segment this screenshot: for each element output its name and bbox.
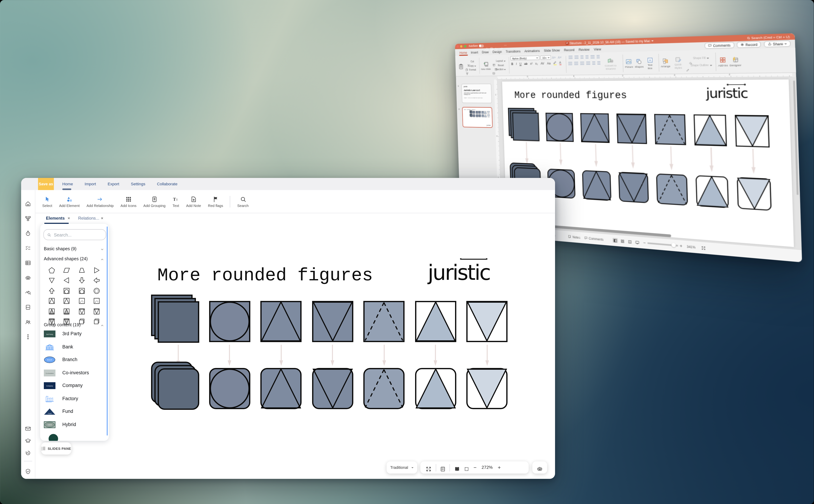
figure-tri-filled-down-square[interactable]: [487, 111, 490, 114]
add-element-button[interactable]: Add Element: [59, 196, 80, 207]
square-tri-gray-shape[interactable]: [64, 307, 70, 313]
close-icon[interactable]: ×: [68, 216, 70, 221]
bullets-icon[interactable]: [569, 55, 573, 59]
gauge-shape[interactable]: [94, 286, 100, 293]
section-advanced-shapes[interactable]: Advanced shapes (24): [44, 256, 104, 261]
font-color-button[interactable]: A: [559, 61, 561, 65]
figure-tri-dashed-square[interactable]: [482, 111, 484, 114]
history-icon[interactable]: [25, 449, 31, 455]
square-tri-gray-shape[interactable]: [48, 307, 55, 313]
assistant-button[interactable]: [532, 461, 547, 474]
figure-tri-filled-down-rounded[interactable]: [737, 177, 772, 211]
zoom-in-button[interactable]: +: [498, 465, 501, 470]
group-item-co-investors[interactable]: Co-investorsCo-investors: [40, 366, 109, 379]
comments-toggle[interactable]: Comments: [584, 236, 604, 241]
figure-circle-square[interactable]: [546, 113, 574, 142]
figure-tri-filled-up-rounded[interactable]: [485, 115, 487, 117]
reset-button[interactable]: Reset: [494, 63, 504, 68]
shape-fill-button[interactable]: Shape Fill: [688, 56, 709, 61]
frame-circle-shape[interactable]: [78, 286, 85, 293]
slide-thumbnail-1[interactable]: juristic Juristic Law LLC Automating Leg…: [462, 84, 492, 103]
new-slide-button[interactable]: New Slide: [481, 56, 491, 75]
fullscreen-icon[interactable]: [426, 465, 432, 470]
select-button[interactable]: Select: [42, 196, 52, 207]
figure-tri-down-rounded[interactable]: [479, 115, 481, 117]
figure-tri-filled-down-square[interactable]: [735, 115, 770, 147]
indent-decrease-icon[interactable]: [580, 55, 583, 59]
frame-circle-shape[interactable]: [64, 286, 70, 293]
tab-review[interactable]: Review: [579, 47, 590, 51]
subscript-button[interactable]: x₂: [535, 62, 538, 65]
zoom-level[interactable]: 272%: [482, 465, 493, 470]
square-vee-shape[interactable]: [94, 307, 100, 313]
quick-styles-button[interactable]: Quick Styles: [672, 52, 684, 73]
square-dashes-shape[interactable]: [78, 297, 85, 303]
zoom-slider-handle[interactable]: [671, 243, 676, 248]
tab-import[interactable]: Import: [85, 182, 96, 186]
tab-collaborate[interactable]: Collaborate: [157, 182, 178, 186]
figure-tri-down-rounded[interactable]: [618, 172, 649, 203]
record-button[interactable]: Record: [737, 41, 761, 48]
indent-increase-icon[interactable]: [585, 55, 589, 59]
tab-draw[interactable]: Draw: [482, 50, 489, 54]
triangle-down-shape[interactable]: [48, 276, 55, 282]
line-spacing-icon[interactable]: [590, 55, 595, 59]
panel-tab-relations[interactable]: Relations...: [78, 216, 99, 221]
format-button[interactable]: Format: [466, 68, 476, 72]
figure-tri-dashed-square[interactable]: [363, 301, 404, 342]
figure-stack-rounded[interactable]: [470, 114, 473, 117]
robot-icon[interactable]: [25, 273, 31, 280]
square-dashes-shape[interactable]: [94, 297, 100, 303]
group-item-partial[interactable]: [49, 434, 58, 441]
group-item-bank[interactable]: Bank: [40, 340, 109, 353]
mail-icon[interactable]: [25, 425, 31, 431]
figure-tri-dashed-square[interactable]: [654, 114, 686, 145]
trapezoid-shape[interactable]: [78, 266, 85, 272]
text-button[interactable]: TTText: [172, 196, 179, 207]
map-view-icon[interactable]: [454, 465, 460, 470]
slide-title[interactable]: More rounded figures: [514, 90, 627, 102]
figure-tri-down-square[interactable]: [479, 111, 481, 113]
comments-button[interactable]: Comments: [705, 42, 734, 49]
section-button[interactable]: Section: [492, 68, 506, 72]
layout-panel-icon[interactable]: [440, 465, 446, 470]
table-icon[interactable]: [25, 259, 31, 265]
align-left-icon[interactable]: [568, 62, 572, 65]
add-icons-button[interactable]: Add Icons: [121, 196, 137, 207]
figure-tri-down-square[interactable]: [617, 114, 647, 144]
add-note-button[interactable]: Add Note: [186, 196, 201, 207]
tab-home[interactable]: Home: [62, 182, 73, 186]
zoom-out-button[interactable]: −: [643, 240, 646, 245]
pdf-icon[interactable]: PDF: [25, 303, 31, 309]
bold-button[interactable]: B: [511, 62, 513, 65]
shapes-button[interactable]: Shapes: [634, 53, 644, 73]
add-ins-button[interactable]: Add-ins: [718, 51, 728, 72]
copy-button[interactable]: Copy: [465, 64, 476, 68]
strikethrough-button[interactable]: ab: [524, 62, 528, 65]
parallelogram-shape[interactable]: [64, 266, 70, 272]
figure-tri-up-rounded[interactable]: [582, 170, 611, 201]
italic-button[interactable]: I: [516, 62, 517, 65]
figure-circle-rounded[interactable]: [473, 114, 476, 117]
group-item-branch[interactable]: BranchBranch: [40, 353, 109, 366]
home-icon[interactable]: [485, 44, 488, 47]
redo-icon[interactable]: [499, 43, 503, 47]
close-icon[interactable]: ×: [101, 216, 103, 221]
tab-view[interactable]: View: [594, 47, 601, 51]
figure-stack-square[interactable]: [512, 112, 539, 141]
group-item-factory[interactable]: Factory: [40, 392, 109, 405]
selection-frame-icon[interactable]: [464, 465, 470, 470]
figure-tri-down-rounded[interactable]: [312, 368, 353, 409]
figure-tri-dashed-rounded[interactable]: [656, 174, 688, 206]
search-button[interactable]: Search: [237, 196, 249, 207]
zoom-button[interactable]: [464, 45, 466, 48]
square-triangle-shape[interactable]: [64, 297, 70, 303]
panel-search-box[interactable]: [43, 229, 106, 240]
juristic-logo[interactable]: juristic: [706, 85, 748, 101]
picture-button[interactable]: Picture: [625, 53, 633, 73]
figure-tri-filled-up-rounded[interactable]: [415, 368, 456, 409]
style-dropdown[interactable]: Traditional: [386, 461, 417, 474]
tab-home[interactable]: Home: [460, 51, 467, 54]
section-basic-shapes[interactable]: Basic shapes (9): [44, 246, 104, 251]
home-icon[interactable]: [25, 200, 31, 206]
